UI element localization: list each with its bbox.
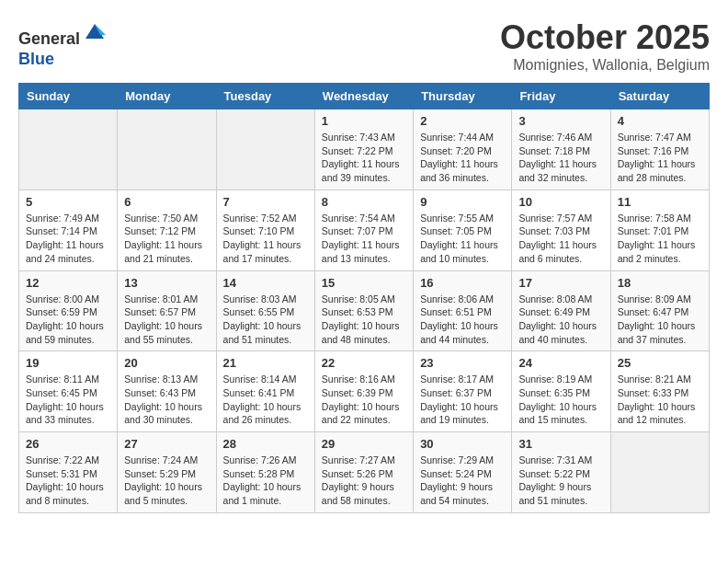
day-info-line: Sunrise: 7:44 AM — [420, 132, 494, 143]
calendar-cell: 31Sunrise: 7:31 AMSunset: 5:22 PMDayligh… — [512, 432, 610, 513]
day-info-line: Sunset: 5:29 PM — [124, 468, 196, 479]
day-info: Sunrise: 7:24 AMSunset: 5:29 PMDaylight:… — [124, 454, 209, 508]
day-info-line: Sunrise: 8:06 AM — [420, 293, 494, 304]
day-info-line: Daylight: 10 hours and 22 minutes. — [322, 401, 400, 426]
day-info: Sunrise: 7:46 AMSunset: 7:18 PMDaylight:… — [518, 131, 603, 185]
day-info: Sunrise: 7:22 AMSunset: 5:31 PMDaylight:… — [26, 454, 110, 508]
day-info-line: Daylight: 9 hours and 51 minutes. — [518, 481, 591, 506]
calendar-week-row: 1Sunrise: 7:43 AMSunset: 7:22 PMDaylight… — [19, 109, 710, 190]
day-info-line: Sunrise: 7:50 AM — [124, 213, 198, 224]
weekday-header-friday: Friday — [512, 84, 610, 109]
day-info-line: Daylight: 11 hours and 2 minutes. — [618, 239, 696, 264]
day-info-line: Sunset: 5:28 PM — [223, 468, 295, 479]
day-number: 14 — [223, 276, 308, 290]
day-info-line: Sunset: 7:12 PM — [124, 225, 196, 236]
calendar-cell: 1Sunrise: 7:43 AMSunset: 7:22 PMDaylight… — [314, 109, 413, 190]
calendar-cell: 12Sunrise: 8:00 AMSunset: 6:59 PMDayligh… — [19, 270, 118, 351]
day-number: 24 — [518, 356, 603, 370]
day-info: Sunrise: 7:52 AMSunset: 7:10 PMDaylight:… — [223, 212, 308, 266]
day-info-line: Sunset: 6:35 PM — [518, 387, 590, 398]
day-number: 19 — [26, 356, 110, 370]
calendar-cell — [610, 432, 709, 513]
month-title: October 2025 — [500, 18, 710, 57]
day-number: 10 — [518, 195, 603, 209]
calendar-cell — [19, 109, 118, 190]
day-info-line: Sunrise: 7:52 AM — [223, 213, 297, 224]
day-number: 18 — [618, 276, 702, 290]
day-number: 13 — [124, 276, 209, 290]
day-info-line: Sunset: 6:55 PM — [223, 306, 295, 317]
day-number: 15 — [322, 276, 406, 290]
day-info-line: Sunrise: 8:08 AM — [518, 293, 592, 304]
calendar-cell: 14Sunrise: 8:03 AMSunset: 6:55 PMDayligh… — [216, 270, 314, 351]
day-info-line: Daylight: 10 hours and 44 minutes. — [420, 320, 498, 345]
day-number: 25 — [618, 356, 702, 370]
day-number: 3 — [518, 114, 603, 128]
day-number: 20 — [124, 356, 209, 370]
day-number: 9 — [420, 195, 505, 209]
day-info-line: Sunrise: 7:31 AM — [518, 454, 592, 465]
calendar-cell: 17Sunrise: 8:08 AMSunset: 6:49 PMDayligh… — [512, 270, 610, 351]
day-info-line: Daylight: 11 hours and 17 minutes. — [223, 239, 301, 264]
day-info: Sunrise: 7:54 AMSunset: 7:07 PMDaylight:… — [322, 212, 406, 266]
day-info: Sunrise: 8:00 AMSunset: 6:59 PMDaylight:… — [26, 293, 110, 347]
day-info: Sunrise: 8:13 AMSunset: 6:43 PMDaylight:… — [124, 373, 209, 427]
day-info-line: Sunrise: 7:49 AM — [26, 213, 99, 224]
day-info-line: Daylight: 11 hours and 21 minutes. — [124, 239, 202, 264]
day-number: 26 — [26, 437, 110, 451]
day-info-line: Sunset: 6:41 PM — [223, 387, 295, 398]
weekday-header-sunday: Sunday — [19, 84, 118, 109]
day-number: 27 — [124, 437, 209, 451]
day-info-line: Sunrise: 8:00 AM — [26, 293, 99, 304]
calendar-cell: 7Sunrise: 7:52 AMSunset: 7:10 PMDaylight… — [216, 190, 314, 270]
day-info: Sunrise: 7:50 AMSunset: 7:12 PMDaylight:… — [124, 212, 209, 266]
day-info-line: Sunrise: 8:19 AM — [518, 373, 592, 385]
day-info-line: Daylight: 10 hours and 5 minutes. — [124, 481, 202, 506]
calendar-cell: 19Sunrise: 8:11 AMSunset: 6:45 PMDayligh… — [19, 351, 118, 432]
day-info-line: Sunrise: 8:16 AM — [322, 373, 395, 385]
day-info: Sunrise: 7:55 AMSunset: 7:05 PMDaylight:… — [420, 212, 505, 266]
day-info: Sunrise: 8:21 AMSunset: 6:33 PMDaylight:… — [618, 373, 702, 427]
calendar-cell: 6Sunrise: 7:50 AMSunset: 7:12 PMDaylight… — [118, 190, 216, 270]
day-info-line: Sunrise: 8:21 AM — [618, 373, 691, 385]
day-number: 23 — [420, 356, 505, 370]
calendar-cell: 25Sunrise: 8:21 AMSunset: 6:33 PMDayligh… — [610, 351, 709, 432]
day-number: 1 — [322, 114, 406, 128]
day-number: 21 — [223, 356, 308, 370]
day-info: Sunrise: 8:08 AMSunset: 6:49 PMDaylight:… — [518, 293, 603, 347]
day-info-line: Sunset: 5:26 PM — [322, 468, 393, 479]
day-info-line: Daylight: 10 hours and 48 minutes. — [322, 320, 400, 345]
day-info-line: Daylight: 10 hours and 26 minutes. — [223, 401, 301, 426]
day-info-line: Sunrise: 7:55 AM — [420, 213, 494, 224]
day-info: Sunrise: 7:44 AMSunset: 7:20 PMDaylight:… — [420, 131, 505, 185]
day-info-line: Daylight: 11 hours and 6 minutes. — [518, 239, 597, 264]
day-info: Sunrise: 8:01 AMSunset: 6:57 PMDaylight:… — [124, 293, 209, 347]
logo-blue-text: Blue — [18, 50, 54, 68]
calendar-week-row: 5Sunrise: 7:49 AMSunset: 7:14 PMDaylight… — [19, 190, 710, 270]
day-info-line: Sunset: 6:57 PM — [124, 306, 196, 317]
day-info-line: Sunset: 5:31 PM — [26, 468, 97, 479]
day-info-line: Daylight: 11 hours and 13 minutes. — [322, 239, 400, 264]
day-info-line: Sunset: 7:10 PM — [223, 225, 295, 236]
day-info-line: Sunset: 6:47 PM — [618, 306, 689, 317]
calendar-cell: 24Sunrise: 8:19 AMSunset: 6:35 PMDayligh… — [512, 351, 610, 432]
day-number: 31 — [518, 437, 603, 451]
day-info-line: Sunrise: 8:01 AM — [124, 293, 198, 304]
day-info-line: Sunrise: 7:29 AM — [420, 454, 494, 465]
day-info-line: Daylight: 10 hours and 19 minutes. — [420, 401, 498, 426]
day-info-line: Sunset: 5:22 PM — [518, 468, 590, 479]
page-header: General Blue October 2025 Momignies, Wal… — [18, 18, 710, 74]
day-info-line: Sunset: 6:59 PM — [26, 306, 97, 317]
day-number: 16 — [420, 276, 505, 290]
calendar-cell: 8Sunrise: 7:54 AMSunset: 7:07 PMDaylight… — [314, 190, 413, 270]
day-info-line: Daylight: 9 hours and 58 minutes. — [322, 481, 394, 506]
day-info: Sunrise: 7:57 AMSunset: 7:03 PMDaylight:… — [518, 212, 603, 266]
day-info-line: Sunset: 6:43 PM — [124, 387, 196, 398]
calendar-cell: 30Sunrise: 7:29 AMSunset: 5:24 PMDayligh… — [414, 432, 512, 513]
day-info: Sunrise: 8:11 AMSunset: 6:45 PMDaylight:… — [26, 373, 110, 427]
calendar-cell: 20Sunrise: 8:13 AMSunset: 6:43 PMDayligh… — [118, 351, 216, 432]
calendar-cell: 3Sunrise: 7:46 AMSunset: 7:18 PMDaylight… — [512, 109, 610, 190]
day-number: 22 — [322, 356, 406, 370]
day-info-line: Daylight: 10 hours and 40 minutes. — [518, 320, 597, 345]
day-info: Sunrise: 7:31 AMSunset: 5:22 PMDaylight:… — [518, 454, 603, 508]
